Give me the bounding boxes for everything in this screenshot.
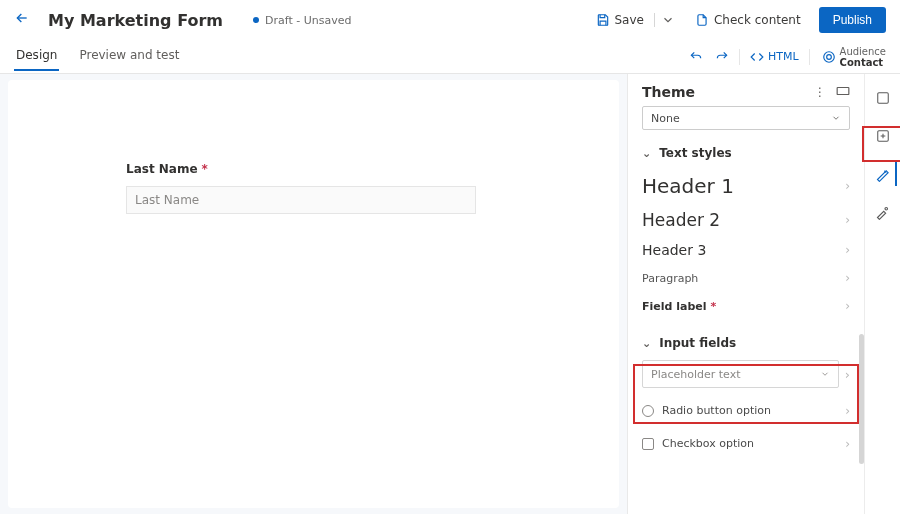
- style-header3[interactable]: Header 3 ›: [628, 236, 864, 264]
- chevron-right-icon: ›: [845, 299, 850, 313]
- svg-rect-3: [877, 93, 888, 104]
- document-check-icon: [695, 13, 709, 27]
- sample-checkbox-option[interactable]: Checkbox option ›: [628, 427, 864, 460]
- style-header1[interactable]: Header 1 ›: [628, 168, 864, 204]
- style-header2[interactable]: Header 2 ›: [628, 204, 864, 236]
- panel-title: Theme: [642, 84, 695, 100]
- field-label-lastname: Last Name*: [126, 162, 501, 176]
- redo-icon: [715, 50, 729, 64]
- chevron-down-icon: ⌄: [642, 147, 651, 160]
- page-title: My Marketing Form: [48, 11, 223, 30]
- save-icon: [596, 13, 610, 27]
- canvas-area: Last Name* Last Name: [0, 74, 627, 514]
- lastname-input[interactable]: Last Name: [126, 186, 476, 214]
- theme-panel: Theme ⋮ None ⌄ Text styles Header 1 › He…: [627, 74, 864, 514]
- check-content-button[interactable]: Check content: [689, 13, 807, 27]
- svg-point-5: [885, 207, 888, 210]
- rail-settings-icon[interactable]: [869, 198, 897, 226]
- chevron-right-icon: ›: [845, 271, 850, 285]
- section-input-fields[interactable]: ⌄ Input fields: [628, 330, 864, 358]
- back-arrow-icon[interactable]: [14, 10, 30, 30]
- sample-placeholder-input[interactable]: Placeholder text: [642, 360, 839, 388]
- chevron-down-icon: [661, 13, 675, 27]
- status-dot-icon: [253, 17, 259, 23]
- form-canvas[interactable]: Last Name* Last Name: [8, 80, 619, 508]
- audience-value: Contact: [840, 57, 886, 68]
- secondary-bar: Design Preview and test HTML Audience Co…: [0, 40, 900, 74]
- workspace: Last Name* Last Name Theme ⋮ None ⌄ Text…: [0, 74, 900, 514]
- chevron-right-icon: ›: [845, 213, 850, 227]
- panel-view-icon[interactable]: [836, 85, 850, 99]
- style-field-label[interactable]: Field label* ›: [628, 292, 864, 320]
- rail-elements-icon[interactable]: [869, 84, 897, 112]
- tab-preview[interactable]: Preview and test: [77, 42, 181, 71]
- side-rail: [864, 74, 900, 514]
- redo-button[interactable]: [709, 50, 735, 64]
- checkbox-icon: [642, 438, 654, 450]
- top-command-bar: My Marketing Form Draft - Unsaved Save C…: [0, 0, 900, 40]
- svg-rect-2: [837, 88, 849, 95]
- svg-point-1: [826, 54, 831, 59]
- rail-add-icon[interactable]: [869, 122, 897, 150]
- placeholder-text: Last Name: [135, 193, 199, 207]
- undo-icon: [689, 50, 703, 64]
- draft-status: Draft - Unsaved: [253, 14, 351, 27]
- code-icon: [750, 50, 764, 64]
- svg-point-0: [823, 51, 834, 62]
- chevron-right-icon: ›: [845, 404, 850, 418]
- chevron-down-icon: [831, 113, 841, 123]
- view-tabs: Design Preview and test: [14, 42, 181, 71]
- panel-more-icon[interactable]: ⋮: [814, 85, 826, 99]
- chevron-down-icon: [820, 369, 830, 379]
- chevron-right-icon: ›: [845, 437, 850, 451]
- audience-indicator[interactable]: Audience Contact: [814, 46, 886, 68]
- required-star-icon: *: [202, 162, 208, 176]
- chevron-right-icon: ›: [845, 367, 850, 382]
- audience-label: Audience: [840, 46, 886, 57]
- chevron-right-icon: ›: [845, 243, 850, 257]
- html-toggle[interactable]: HTML: [744, 50, 805, 64]
- status-text: Draft - Unsaved: [265, 14, 351, 27]
- sample-radio-option[interactable]: Radio button option ›: [628, 394, 864, 427]
- undo-button[interactable]: [683, 50, 709, 64]
- save-chevron[interactable]: [659, 13, 677, 27]
- chevron-down-icon: ⌄: [642, 337, 651, 350]
- tab-design[interactable]: Design: [14, 42, 59, 71]
- publish-button[interactable]: Publish: [819, 7, 886, 33]
- theme-select[interactable]: None: [642, 106, 850, 130]
- rail-theme-icon[interactable]: [869, 160, 897, 188]
- chevron-right-icon: ›: [845, 179, 850, 193]
- save-button: Save: [590, 13, 650, 27]
- save-split-button[interactable]: Save: [590, 13, 677, 27]
- style-paragraph[interactable]: Paragraph ›: [628, 264, 864, 292]
- radio-icon: [642, 405, 654, 417]
- target-icon: [822, 50, 836, 64]
- section-text-styles[interactable]: ⌄ Text styles: [628, 140, 864, 168]
